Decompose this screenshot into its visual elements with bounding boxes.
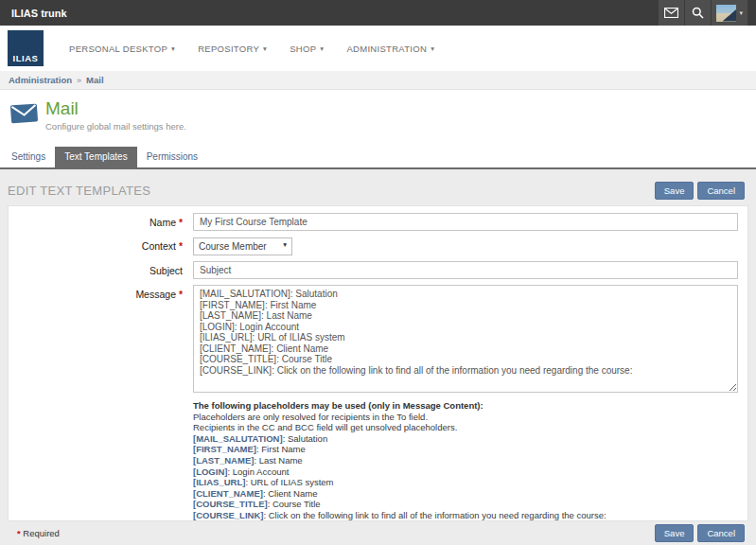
search-icon — [692, 7, 704, 19]
placeholder-item: [MAIL_SALUTATION]: Salutation — [193, 433, 747, 445]
placeholder-item: [LOGIN]: Login Account — [193, 466, 747, 478]
save-button[interactable]: Save — [655, 182, 694, 200]
save-button[interactable]: Save — [655, 524, 694, 542]
required-note: * Required — [17, 528, 60, 538]
context-row: Context * Course Member ▾ — [9, 237, 747, 255]
name-row: Name * — [9, 213, 747, 231]
required-star: * — [179, 217, 183, 228]
placeholder-token: [LOGIN] — [193, 466, 227, 477]
bottom-action-buttons: Save Cancel — [655, 524, 745, 542]
tab-bar: Settings Text Templates Permissions — [0, 147, 756, 167]
page-header: Mail Configure global mail settings here… — [0, 90, 756, 169]
chevron-down-icon: ▾ — [263, 44, 267, 53]
window-title: ILIAS trunk — [0, 8, 67, 19]
mail-button[interactable] — [659, 0, 684, 26]
name-label-text: Name — [149, 217, 176, 228]
placeholder-desc: : Salutation — [283, 433, 328, 444]
placeholder-item: [COURSE_TITLE]: Course Title — [193, 499, 747, 510]
subject-label: Subject — [9, 261, 183, 279]
tab-text-templates[interactable]: Text Templates — [55, 147, 137, 167]
placeholder-desc: : Course Title — [268, 499, 321, 509]
placeholder-desc: : URL of ILIAS system — [245, 477, 333, 487]
chevron-down-icon: ▾ — [739, 9, 743, 16]
breadcrumb: Administration » Mail — [0, 71, 756, 90]
name-input[interactable] — [193, 213, 738, 231]
placeholder-desc: : Click on the following link to find al… — [263, 510, 606, 520]
subject-label-text: Subject — [149, 265, 183, 276]
title-block: Mail Configure global mail settings here… — [45, 99, 186, 132]
placeholder-token: [CLIENT_NAME] — [193, 488, 263, 499]
tab-settings[interactable]: Settings — [2, 147, 55, 167]
nav-shop[interactable]: SHOP ▾ — [278, 38, 335, 60]
name-label: Name * — [9, 213, 183, 231]
placeholder-desc: : First Name — [256, 444, 306, 454]
placeholder-note-2: Recipients in the CC and BCC field will … — [193, 422, 747, 433]
nav-menu: PERSONAL DESKTOP ▾ REPOSITORY ▾ SHOP ▾ A… — [58, 38, 446, 60]
top-action-buttons: Save Cancel — [655, 182, 745, 200]
cancel-button[interactable]: Cancel — [697, 182, 745, 200]
subject-input[interactable] — [193, 261, 738, 279]
content-area: EDIT TEXT TEMPLATES Save Cancel Name * C… — [0, 169, 756, 545]
breadcrumb-separator: » — [77, 76, 81, 85]
breadcrumb-mail[interactable]: Mail — [86, 75, 103, 85]
required-star: * — [17, 528, 21, 538]
required-star: * — [179, 240, 183, 252]
required-label: Required — [23, 528, 60, 538]
chevron-down-icon: ▾ — [431, 44, 434, 53]
context-label: Context * — [9, 237, 183, 255]
chevron-down-icon: ▾ — [171, 44, 175, 53]
placeholder-info: The following placeholders may be used (… — [193, 400, 747, 521]
breadcrumb-administration[interactable]: Administration — [9, 75, 72, 85]
nav-repository[interactable]: REPOSITORY ▾ — [186, 38, 278, 60]
avatar — [716, 5, 736, 22]
placeholder-token: [FIRST_NAME] — [193, 444, 256, 454]
main-nav: ILIAS PERSONAL DESKTOP ▾ REPOSITORY ▾ SH… — [0, 26, 756, 71]
required-star: * — [179, 289, 183, 300]
avatar-image — [722, 9, 736, 22]
placeholder-desc: : Last Name — [254, 455, 302, 466]
placeholder-item: [CLIENT_NAME]: Client Name — [193, 488, 747, 500]
title-row: Mail Configure global mail settings here… — [0, 90, 756, 132]
nav-shop-label: SHOP — [290, 44, 316, 54]
mail-icon — [664, 8, 678, 18]
context-select-wrap: Course Member ▾ — [193, 237, 292, 255]
subject-row: Subject — [9, 261, 747, 279]
message-textarea[interactable]: [MAIL_SALUTATION]: Salutation [FIRST_NAM… — [193, 285, 738, 393]
placeholder-info-heading: The following placeholders may be used (… — [193, 400, 747, 412]
placeholder-desc: : Client Name — [263, 488, 318, 499]
context-label-text: Context — [142, 240, 176, 252]
placeholder-desc: : Login Account — [227, 466, 289, 477]
placeholder-token: [LAST_NAME] — [193, 455, 254, 466]
page-subtitle: Configure global mail settings here. — [45, 121, 186, 132]
nav-administration[interactable]: ADMINISTRATION ▾ — [335, 38, 446, 60]
ilias-window: ILIAS trunk ▾ ILIAS — [0, 0, 756, 545]
placeholder-token: [ILIAS_URL] — [193, 477, 245, 487]
user-menu-button[interactable]: ▾ — [712, 0, 747, 26]
placeholder-item: [LAST_NAME]: Last Name — [193, 455, 747, 466]
nav-personal-desktop[interactable]: PERSONAL DESKTOP ▾ — [58, 38, 186, 60]
cancel-button[interactable]: Cancel — [697, 524, 745, 542]
top-bar: ILIAS trunk ▾ — [0, 0, 756, 26]
section-heading: EDIT TEXT TEMPLATES — [8, 184, 150, 198]
nav-repository-label: REPOSITORY — [198, 44, 259, 54]
placeholder-token: [MAIL_SALUTATION] — [193, 433, 283, 444]
nav-personal-desktop-label: PERSONAL DESKTOP — [69, 44, 167, 54]
placeholder-token: [COURSE_TITLE] — [193, 499, 268, 509]
topbar-actions: ▾ — [659, 0, 747, 26]
placeholder-item: [FIRST_NAME]: First Name — [193, 444, 747, 455]
logo-text: ILIAS — [8, 53, 44, 63]
chevron-down-icon: ▾ — [320, 44, 324, 53]
nav-administration-label: ADMINISTRATION — [346, 44, 427, 54]
page-title: Mail — [45, 99, 186, 119]
placeholder-item: [COURSE_LINK]: Click on the following li… — [193, 510, 747, 521]
mail-object-icon — [9, 101, 39, 130]
ilias-logo[interactable]: ILIAS — [8, 30, 44, 66]
context-select[interactable]: Course Member — [193, 237, 292, 255]
form-footer: * Required Save Cancel — [0, 521, 756, 545]
search-button[interactable] — [685, 0, 711, 26]
message-label-text: Message — [135, 289, 176, 300]
tab-permissions[interactable]: Permissions — [137, 147, 207, 167]
message-row: Message * [MAIL_SALUTATION]: Salutation … — [9, 285, 747, 393]
form-panel: Name * Context * Course Member ▾ — [8, 205, 748, 521]
placeholder-item: [ILIAS_URL]: URL of ILIAS system — [193, 477, 747, 488]
